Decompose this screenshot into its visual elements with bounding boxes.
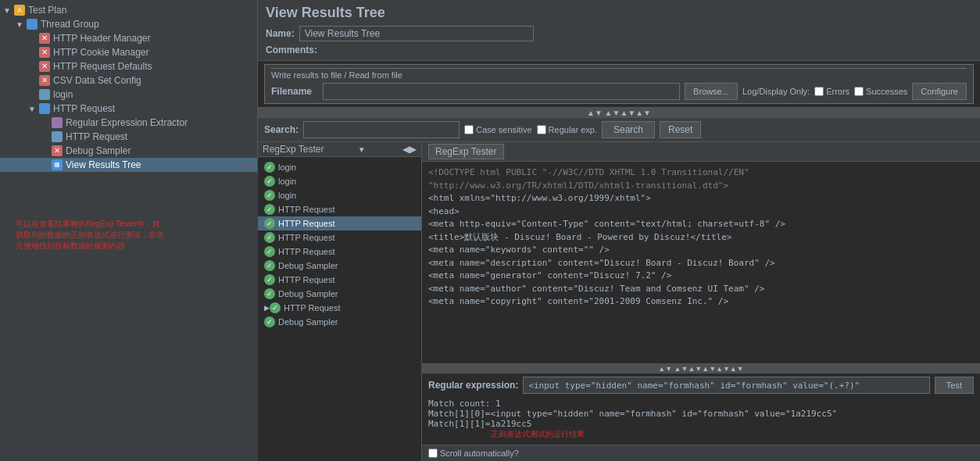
reset-button[interactable]: Reset (660, 121, 701, 138)
sidebar-item-http-request-group[interactable]: ▼ HTTP Request (0, 102, 257, 116)
regular-exp-label[interactable]: Regular exp. (537, 125, 597, 134)
successes-checkbox[interactable] (854, 87, 864, 96)
sidebar-item-http-request-2[interactable]: HTTP Request (0, 130, 257, 144)
result-item-r10[interactable]: ✓Debug Sampler (258, 287, 421, 301)
html-line: <meta name="keywords" content="" /> (428, 244, 974, 257)
results-dropdown[interactable]: ▼ (358, 145, 366, 154)
result-item-r2[interactable]: ✓login (258, 174, 421, 188)
scroll-auto-label[interactable]: Scroll automatically? (428, 448, 519, 458)
results-pane-title: RegExp Tester (263, 144, 324, 155)
comments-label: Comments: (266, 45, 317, 55)
top-splitter[interactable]: ▲▼ ▲▼▲▼▲▼ (258, 107, 980, 118)
x-icon-header: ✕ (39, 33, 50, 44)
errors-checkbox-label[interactable]: Errors (814, 87, 849, 96)
detail-pane: RegExp Tester <!DOCTYPE html PUBLIC "-//… (422, 142, 980, 461)
result-label: HTTP Request (278, 233, 335, 242)
regular-exp-checkbox[interactable] (537, 125, 546, 134)
search-button[interactable]: Search (602, 121, 655, 138)
pencil-icon-login (39, 89, 50, 100)
tree-arrow-debug (41, 147, 50, 155)
match-count: Match count: 1 (428, 398, 974, 409)
result-item-r12[interactable]: ✓Debug Sampler (258, 315, 421, 329)
thread-icon (27, 19, 38, 30)
configure-button[interactable]: Configure (912, 83, 967, 100)
html-line: <title>默认版块 - Discuz! Board - Powered by… (428, 231, 974, 245)
result-status-icon: ✓ (264, 274, 275, 285)
sidebar-item-view-results[interactable]: ▦ View Results Tree → (0, 158, 257, 172)
regex-input[interactable] (523, 377, 929, 394)
regular-exp-text: Regular exp. (549, 125, 597, 134)
result-item-r9[interactable]: ✓HTTP Request (258, 273, 421, 287)
filename-input[interactable] (323, 83, 680, 100)
red-arrow-icon: → (241, 158, 256, 174)
results-list: ✓login✓login✓login✓HTTP Request✓HTTP Req… (258, 157, 421, 461)
sidebar-item-thread-group[interactable]: ▼ Thread Group (0, 17, 257, 31)
result-label: HTTP Request (278, 275, 335, 284)
name-input[interactable] (299, 26, 534, 41)
log-display-label: Log/Display Only: (742, 87, 810, 96)
test-button[interactable]: Test (935, 377, 974, 394)
html-line: <meta name="description" content="Discuz… (428, 257, 974, 270)
regex-label: Regular expression: (428, 380, 518, 391)
result-item-r8[interactable]: ✓Debug Sampler (258, 259, 421, 273)
sidebar-item-http-cookie[interactable]: ✕ HTTP Cookie Manager (0, 45, 257, 59)
sidebar-item-test-plan[interactable]: ▼ A Test Plan (0, 3, 257, 17)
html-line: <meta http-equiv="Content-Type" content=… (428, 218, 974, 231)
result-label: HTTP Request (284, 303, 341, 313)
left-panel-container: ▼ A Test Plan ▼ Thread Group ✕ HTTP Head… (0, 0, 258, 461)
x-icon-csv: ✕ (39, 75, 50, 86)
sidebar-item-label: Test Plan (28, 5, 66, 16)
x-icon-cookie: ✕ (39, 47, 50, 58)
sidebar-item-regexp-extractor[interactable]: Regular Expression Extractor (0, 116, 257, 130)
result-item-r1[interactable]: ✓login (258, 160, 421, 174)
sidebar-item-label: Debug Sampler (66, 145, 131, 156)
left-panel: ▼ A Test Plan ▼ Thread Group ✕ HTTP Head… (0, 0, 258, 175)
results-pane-header: RegExp Tester ▼ ◀▶ (258, 142, 421, 157)
result-label: HTTP Request (278, 219, 335, 228)
tree-arrow-cookie (28, 48, 38, 57)
search-input[interactable] (303, 121, 460, 138)
browse-button[interactable]: Browse... (685, 83, 738, 100)
detail-tab-regexp[interactable]: RegExp Tester (428, 144, 504, 159)
tree-arrow-req2 (41, 133, 50, 141)
errors-label: Errors (826, 87, 849, 96)
result-item-r4[interactable]: ✓HTTP Request (258, 202, 421, 216)
result-label: login (278, 191, 296, 200)
detail-pane-header: RegExp Tester (422, 142, 980, 162)
sidebar-item-csv[interactable]: ✕ CSV Data Set Config (0, 73, 257, 88)
result-status-icon: ✓ (264, 218, 275, 229)
sidebar-item-login[interactable]: login (0, 88, 257, 102)
result-status-icon: ✓ (264, 288, 275, 299)
sidebar-item-http-defaults[interactable]: ✕ HTTP Request Defaults (0, 59, 257, 73)
scroll-auto-checkbox[interactable] (428, 448, 438, 458)
html-line: "http://www.w3.org/TR/xhtml1/DTD/xhtml1-… (428, 180, 974, 193)
x-icon-defaults: ✕ (39, 61, 50, 72)
sidebar-item-label: HTTP Request (53, 103, 115, 114)
tree-arrow-req-group: ▼ (28, 105, 38, 113)
result-item-r5[interactable]: ✓HTTP Request (258, 216, 421, 230)
case-sensitive-label[interactable]: Case sensitive (464, 125, 532, 134)
result-item-r3[interactable]: ✓login (258, 188, 421, 202)
sidebar-item-http-header[interactable]: ✕ HTTP Header Manager (0, 31, 257, 45)
pencil-icon-req2 (52, 131, 63, 142)
sidebar-item-label: Regular Expression Extractor (66, 117, 188, 128)
match-1: Match[1][1]=1a219cc5 (428, 419, 974, 429)
regex-splitter[interactable]: ▲▼ ▲▼▲▼▲▼▲▼▲▼ (422, 364, 980, 373)
splitter-handle[interactable]: ◀▶ (402, 144, 417, 155)
case-sensitive-checkbox[interactable] (464, 125, 474, 134)
successes-checkbox-label[interactable]: Successes (854, 87, 907, 96)
vrt-header: View Results Tree Name: Comments: (258, 0, 980, 61)
result-item-r11[interactable]: ▶ ✓HTTP Request (258, 301, 421, 315)
sidebar-item-label: HTTP Request (66, 131, 127, 142)
sidebar-item-debug[interactable]: ✕ Debug Sampler (0, 144, 257, 158)
result-status-icon: ✓ (264, 232, 275, 243)
sidebar-item-label: Thread Group (41, 19, 99, 30)
annotation-text: 可以在查看结果树的RegExp Tester中，对获取到的数据的正则表达式进行测… (16, 219, 164, 252)
successes-label: Successes (866, 87, 907, 96)
result-status-icon: ✓ (270, 302, 281, 313)
result-item-r7[interactable]: ✓HTTP Request (258, 245, 421, 259)
errors-checkbox[interactable] (814, 87, 824, 96)
result-item-r6[interactable]: ✓HTTP Request (258, 230, 421, 245)
search-row: Search: Case sensitive Regular exp. Sear… (258, 118, 980, 141)
comments-row: Comments: (266, 45, 972, 55)
